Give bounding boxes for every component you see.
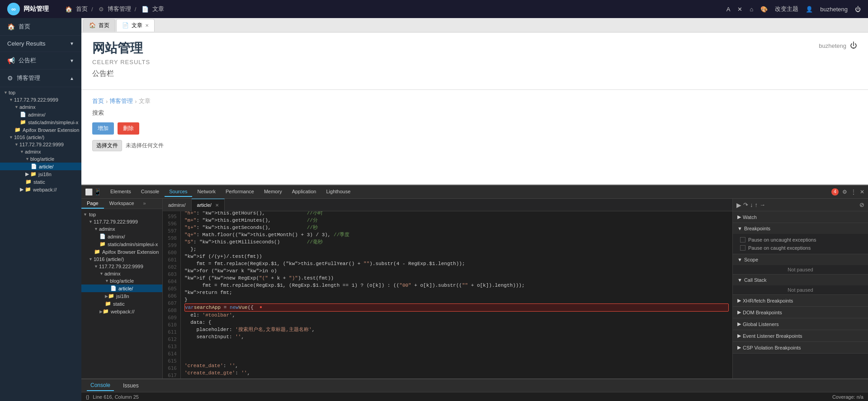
code-line-622[interactable] <box>184 348 729 355</box>
code-line-624[interactable]: 'create_date': '', <box>184 362 729 369</box>
st-1016[interactable]: ▼ 1016 (article/) <box>81 256 162 263</box>
st-adminx1[interactable]: ▼ adminx <box>81 225 162 233</box>
devtools-tab-console[interactable]: Console <box>137 187 164 197</box>
power-icon[interactable]: ⏻ <box>855 6 861 13</box>
sidebar-celery[interactable]: Celery Results ▼ <box>0 36 81 52</box>
devtools-more-icon[interactable]: ⋮ <box>851 189 856 195</box>
tab-home[interactable]: 🏠 首页 <box>83 19 115 32</box>
breadcrumb-blog[interactable]: 博客管理 <box>109 97 133 105</box>
debugger-stepout-icon[interactable]: ↑ <box>755 201 758 208</box>
devtools-tab-lighthouse[interactable]: Lighthouse <box>321 187 355 197</box>
st-jsi18n[interactable]: ▶ 📁 jsi18n <box>81 292 162 300</box>
devtools-close-icon[interactable]: ✕ <box>860 189 864 195</box>
debugger-stepinto-icon[interactable]: ↓ <box>750 201 753 208</box>
tree-ip1[interactable]: ▼ 117.72.79.222:9999 <box>0 96 81 103</box>
devtools-tab-elements[interactable]: Elements <box>106 187 136 197</box>
delete-button[interactable]: 删除 <box>118 122 139 135</box>
st-blog[interactable]: ▼ blog/article <box>81 277 162 284</box>
code-tab-close[interactable]: ✕ <box>215 203 219 208</box>
devtools-tab-sources[interactable]: Sources <box>165 187 192 197</box>
tree-blog-article[interactable]: ▼ blog/article <box>0 155 81 163</box>
pause-caught-checkbox[interactable] <box>740 245 745 251</box>
xhr-section-title[interactable]: ▶ XHR/fetch Breakpoints <box>733 295 868 306</box>
st-article[interactable]: 📄 article/ <box>81 284 162 292</box>
code-line-612[interactable]: "kw">if ("kw">new RegExp("(" + k + ")").… <box>184 275 729 282</box>
close-x-icon[interactable]: ✕ <box>737 6 742 13</box>
tree-webpack[interactable]: ▶ 📁 webpack:// <box>0 186 81 193</box>
code-line-616[interactable]: var searchApp = new Vue({ ● <box>184 303 729 312</box>
font-icon[interactable]: A <box>726 6 731 13</box>
callstack-section-title[interactable]: ▼ Call Stack <box>733 275 868 285</box>
scope-section-title[interactable]: ▼ Scope <box>733 254 868 265</box>
tab-article[interactable]: 📄 文章 ✕ <box>116 19 155 32</box>
pause-uncaught-checkbox[interactable] <box>740 237 745 242</box>
code-line-621[interactable] <box>184 340 729 348</box>
code-line-618[interactable]: data: { <box>184 319 729 326</box>
st-static2[interactable]: 📁 static <box>81 300 162 308</box>
tree-jsi18n[interactable]: ▶ 📁 jsi18n <box>0 170 81 178</box>
console-tab-issues[interactable]: Issues <box>119 381 142 391</box>
st-adminx2[interactable]: ▼ adminx <box>81 270 162 277</box>
code-tab-adminx[interactable]: adminx/ <box>163 199 192 211</box>
debugger-deactivate-icon[interactable]: ⊘ <box>859 201 864 208</box>
logout-btn[interactable]: ⏻ <box>850 42 857 50</box>
breakpoints-section-title[interactable]: ▼ Breakpoints <box>733 223 868 234</box>
code-tab-article[interactable]: article/ ✕ <box>192 199 225 211</box>
code-line-607[interactable]: "S": "kw">this.getMilliseconds() //毫秒 <box>184 238 729 246</box>
code-line-617[interactable]: el: '#toolbar', <box>184 312 729 319</box>
nav-home-link[interactable]: 首页 <box>76 5 88 13</box>
st-webpack[interactable]: ▶ 📁 webpack:// <box>81 308 162 315</box>
watch-section-title[interactable]: ▶ Watch <box>733 211 868 223</box>
code-line-623[interactable] <box>184 355 729 362</box>
devtools-tab-memory[interactable]: Memory <box>259 187 287 197</box>
code-line-603[interactable]: "h+": "kw">this.getHours(), //小时 <box>184 211 729 217</box>
tree-top[interactable]: ▼ top <box>0 89 81 96</box>
choose-file-button[interactable]: 选择文件 <box>92 140 122 151</box>
debugger-resume-icon[interactable]: ▶ <box>736 201 741 209</box>
tree-static[interactable]: 📁 static/admin/simpleui-x <box>0 118 81 126</box>
add-button[interactable]: 增加 <box>92 122 114 135</box>
breadcrumb-home[interactable]: 首页 <box>92 97 104 105</box>
tree-adminx1[interactable]: ▼ adminx <box>0 103 81 111</box>
st-apifox[interactable]: 📁 Apifox Browser Extension <box>81 248 162 256</box>
home-icon[interactable]: ⌂ <box>750 6 753 13</box>
code-line-611[interactable]: "kw">for ("kw">var k "kw">in o) <box>184 267 729 275</box>
st-top[interactable]: ▼ top <box>81 211 162 218</box>
debugger-step-icon[interactable]: → <box>760 201 765 208</box>
sources-tab-workspace[interactable]: Workspace <box>104 199 140 209</box>
devtools-tab-performance[interactable]: Performance <box>221 187 259 197</box>
tree-1016[interactable]: ▼ 1016 (article/) <box>0 134 81 141</box>
nav-article-link[interactable]: 文章 <box>152 5 164 13</box>
code-line-625[interactable]: 'create_date_gte': '', <box>184 369 729 377</box>
devtools-inspect-icon[interactable]: ⬜ <box>85 188 93 196</box>
console-tab-console[interactable]: Console <box>87 380 114 391</box>
code-line-609[interactable]: "kw">if (/(y+)/.test(fmt)) <box>184 253 729 260</box>
tree-ip2[interactable]: ▼ 117.72.79.222:9999 <box>0 141 81 148</box>
global-section-title[interactable]: ▶ Global Listeners <box>733 318 868 330</box>
code-line-614[interactable]: "kw">return fmt; <box>184 289 729 296</box>
devtools-settings-icon[interactable]: ⚙ <box>842 189 847 195</box>
code-line-605[interactable]: "s+": "kw">this.getSeconds(), //秒 <box>184 224 729 231</box>
tree-apifox[interactable]: 📁 Apifox Browser Extension <box>0 126 81 134</box>
dom-section-title[interactable]: ▶ DOM Breakpoints <box>733 307 868 318</box>
debugger-stepover-icon[interactable]: ↷ <box>743 201 748 208</box>
pause-uncaught[interactable]: Pause on uncaught exceptions <box>737 236 863 244</box>
sidebar-blog[interactable]: ⚙ 博客管理 ▲ <box>0 70 81 87</box>
code-line-606[interactable]: "q+": Math.floor(("kw">this.getMonth() +… <box>184 231 729 238</box>
csp-section-title[interactable]: ▶ CSP Violation Breakpoints <box>733 342 868 353</box>
devtools-tab-application[interactable]: Application <box>288 187 321 197</box>
code-line-608[interactable]: }; <box>184 246 729 253</box>
code-line-615[interactable]: } <box>184 296 729 303</box>
article-tab-close[interactable]: ✕ <box>145 23 149 28</box>
st-static[interactable]: 📁 static/admin/simpleui-x <box>81 240 162 248</box>
devtools-tab-network[interactable]: Network <box>193 187 220 197</box>
sources-tab-page[interactable]: Page <box>81 199 104 209</box>
sidebar-home[interactable]: 🏠 首页 <box>0 18 81 36</box>
pause-caught[interactable]: Pause on caught exceptions <box>737 244 863 252</box>
devtools-device-icon[interactable]: 📱 <box>94 188 101 196</box>
admin-logo[interactable]: ∞ 网站管理 <box>7 3 49 15</box>
nav-blog-link[interactable]: 博客管理 <box>108 5 131 13</box>
user-label[interactable]: buzheteng <box>820 6 848 13</box>
code-line-613[interactable]: fmt = fmt.replace(RegExp.$1, (RegExp.$1.… <box>184 282 729 289</box>
sources-tab-more[interactable]: » <box>140 199 150 209</box>
